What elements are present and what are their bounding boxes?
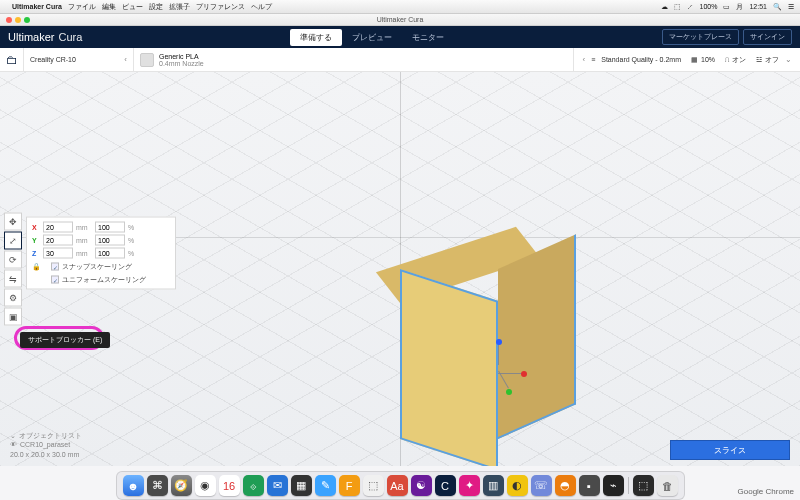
macos-menubar: Ultimaker Cura ファイル 編集 ビュー 設定 拡張子 プリファレン… [0, 0, 800, 14]
tooltip-support-blocker: サポートブロッカー (E) [20, 332, 110, 348]
dock-app-8[interactable]: Aa [387, 475, 408, 496]
menu-settings[interactable]: 設定 [149, 2, 163, 12]
scale-z-pct[interactable] [95, 248, 125, 259]
infill-pct: 10% [701, 56, 715, 63]
adhesion-off: オフ [765, 55, 779, 65]
profile-name: Standard Quality - 0.2mm [601, 56, 681, 63]
material-swatch-icon [140, 53, 154, 67]
dock-app-6[interactable]: F [339, 475, 360, 496]
dock-app-9[interactable]: ☯ [411, 475, 432, 496]
scale-x-pct[interactable] [95, 222, 125, 233]
scale-panel: X mm % Y mm % Z mm % 🔒✓スナップスケーリング ✓ユニフォー… [26, 217, 176, 290]
gizmo-z-handle[interactable] [496, 339, 502, 345]
axis-x-label: X [32, 224, 40, 231]
snap-scaling-checkbox[interactable]: ✓ [51, 263, 59, 271]
window-title: Ultimaker Cura [377, 16, 424, 23]
tool-sidebar: ✥ ⤢ ⟳ ⇋ ⚙ ▣ [4, 213, 22, 326]
object-list-label[interactable]: オブジェクトリスト [19, 431, 82, 441]
stage-tabs: 準備する プレビュー モニター [290, 29, 454, 46]
dock-cura[interactable]: C [435, 475, 456, 496]
signin-button[interactable]: サインイン [743, 29, 792, 45]
dock-app-5[interactable]: ✎ [315, 475, 336, 496]
open-file-button[interactable]: 🗀 [0, 48, 24, 71]
chevron-left-icon: ‹ [582, 55, 585, 64]
adhesion-icon: ☳ [756, 56, 762, 64]
chevron-down-icon: ⌄ [785, 55, 792, 64]
infill-icon: ▦ [691, 56, 698, 64]
scale-y-pct[interactable] [95, 235, 125, 246]
gizmo-y-handle[interactable] [506, 389, 512, 395]
menu-edit[interactable]: 編集 [102, 2, 116, 12]
dock-trash[interactable]: 🗑 [657, 475, 678, 496]
annotation-highlighted-tooltip: サポートブロッカー (E) [20, 332, 110, 348]
chevron-down-icon[interactable]: ⌄ [10, 431, 16, 441]
tab-monitor[interactable]: モニター [402, 29, 454, 46]
support-on: オン [732, 55, 746, 65]
dock-safari[interactable]: 🧭 [171, 475, 192, 496]
menu-extensions[interactable]: 拡張子 [169, 2, 190, 12]
dock-blender[interactable]: ◓ [555, 475, 576, 496]
dock-app-1[interactable]: ⌘ [147, 475, 168, 496]
tool-rotate[interactable]: ⟳ [4, 251, 22, 269]
dock-app-7[interactable]: ⬚ [363, 475, 384, 496]
dock-finder[interactable]: ☻ [123, 475, 144, 496]
search-icon[interactable]: 🔍 [773, 3, 782, 11]
menubar-app-name[interactable]: Ultimaker Cura [12, 3, 62, 10]
menu-help[interactable]: ヘルプ [251, 2, 272, 12]
dock-label: Google Chrome [738, 487, 794, 496]
object-name[interactable]: CCR10_paraset [20, 440, 70, 450]
material-selector[interactable]: Generic PLA 0.4mm Nozzle [134, 48, 274, 71]
menu-preferences[interactable]: プリファレンス [196, 2, 245, 12]
dock-app-4[interactable]: ▦ [291, 475, 312, 496]
cloud-icon[interactable]: ☁ [661, 3, 668, 11]
scale-y-abs[interactable] [43, 235, 73, 246]
viewport-3d[interactable]: ✥ ⤢ ⟳ ⇋ ⚙ ▣ X mm % Y mm % Z mm % 🔒✓スナップ [0, 72, 800, 466]
tool-scale[interactable]: ⤢ [4, 232, 22, 250]
tab-preview[interactable]: プレビュー [342, 29, 402, 46]
printer-name: Creality CR-10 [30, 56, 76, 63]
gizmo-x-handle[interactable] [521, 371, 527, 377]
wifi-icon[interactable]: ⟋ [687, 3, 694, 10]
config-bar: 🗀 Creality CR-10 ‹ Generic PLA 0.4mm Noz… [0, 48, 800, 72]
axis-y-label: Y [32, 237, 40, 244]
macos-dock: ☻ ⌘ 🧭 ◉ 16 ⟐ ✉ ▦ ✎ F ⬚ Aa ☯ C ✦ ▥ ◐ ☏ ◓ … [0, 466, 800, 500]
uniform-scaling-label: ユニフォームスケーリング [62, 275, 146, 285]
dock-app-14[interactable]: ⬚ [633, 475, 654, 496]
scale-z-abs[interactable] [43, 248, 73, 259]
dock-app-11[interactable]: ▥ [483, 475, 504, 496]
battery-icon[interactable]: ▭ [723, 3, 730, 11]
dock-app-13[interactable]: ⌁ [603, 475, 624, 496]
scale-x-abs[interactable] [43, 222, 73, 233]
tab-prepare[interactable]: 準備する [290, 29, 342, 46]
tool-per-model[interactable]: ⚙ [4, 289, 22, 307]
menu-view[interactable]: ビュー [122, 2, 143, 12]
traffic-lights[interactable] [6, 17, 30, 23]
axis-z-label: Z [32, 250, 40, 257]
dock-discord[interactable]: ☏ [531, 475, 552, 496]
tool-mirror[interactable]: ⇋ [4, 270, 22, 288]
dock-app-2[interactable]: ⟐ [243, 475, 264, 496]
slice-button[interactable]: スライス [670, 440, 790, 460]
dock-app-12[interactable]: ◐ [507, 475, 528, 496]
support-icon: ⎍ [725, 56, 729, 63]
dock-app-10[interactable]: ✦ [459, 475, 480, 496]
dock-chrome[interactable]: ◉ [195, 475, 216, 496]
dock-app-3[interactable]: ✉ [267, 475, 288, 496]
tool-move[interactable]: ✥ [4, 213, 22, 231]
brand-logo: Ultimaker Cura [8, 31, 82, 43]
dock-calendar[interactable]: 16 [219, 475, 240, 496]
print-settings-selector[interactable]: ‹ ≡ Standard Quality - 0.2mm ▦10% ⎍オン ☳オ… [573, 48, 800, 71]
dock-terminal[interactable]: ▪ [579, 475, 600, 496]
uniform-scaling-checkbox[interactable]: ✓ [51, 276, 59, 284]
lock-icon[interactable]: 🔒 [32, 263, 48, 271]
app-header: Ultimaker Cura 準備する プレビュー モニター マーケットプレース… [0, 26, 800, 48]
printer-selector[interactable]: Creality CR-10 ‹ [24, 48, 134, 71]
marketplace-button[interactable]: マーケットプレース [662, 29, 739, 45]
tool-support-blocker[interactable]: ▣ [4, 308, 22, 326]
control-center-icon[interactable]: ☰ [788, 3, 794, 11]
menu-file[interactable]: ファイル [68, 2, 96, 12]
eye-icon[interactable]: 👁 [10, 440, 17, 450]
chevron-left-icon: ‹ [124, 55, 127, 64]
clock-day: 月 [736, 2, 743, 12]
dropbox-icon[interactable]: ⬚ [674, 3, 681, 11]
